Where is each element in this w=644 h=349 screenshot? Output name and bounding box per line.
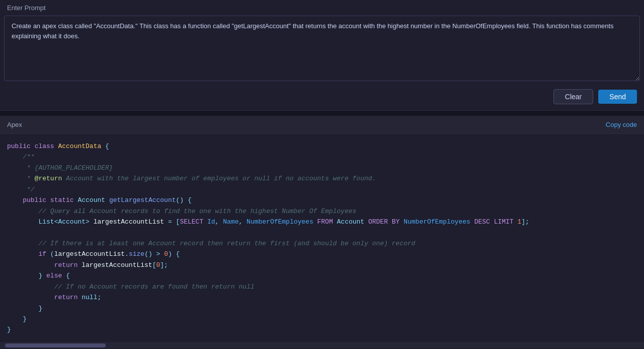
code-header: Apex Copy code [0, 116, 644, 134]
send-button[interactable]: Send [598, 90, 637, 104]
button-row: Clear Send [0, 85, 644, 110]
copy-code-button[interactable]: Copy code [606, 121, 637, 128]
code-display: public class AccountData { /** * {AUTHOR… [0, 134, 644, 342]
prompt-input[interactable]: Create an apex class called "AccountData… [4, 16, 640, 81]
scrollbar-thumb[interactable] [5, 343, 106, 347]
prompt-textarea-wrapper: Create an apex class called "AccountData… [0, 14, 644, 85]
code-section: Apex Copy code public class AccountData … [0, 116, 644, 348]
prompt-section: Enter Prompt Create an apex class called… [0, 0, 644, 111]
clear-button[interactable]: Clear [553, 89, 593, 104]
prompt-header: Enter Prompt [0, 0, 644, 14]
section-divider [0, 111, 644, 116]
horizontal-scrollbar[interactable] [0, 342, 644, 348]
code-language-label: Apex [7, 121, 22, 128]
